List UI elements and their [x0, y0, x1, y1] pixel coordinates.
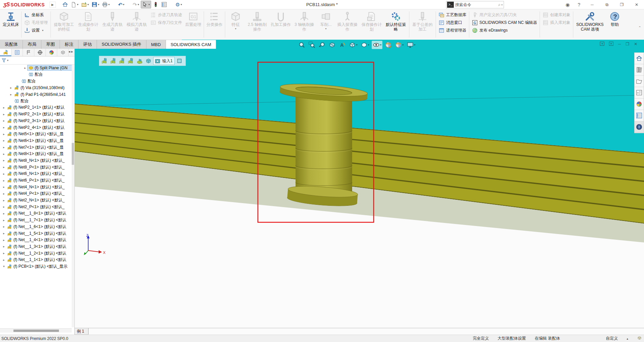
quick-access-button[interactable]: [152, 1, 160, 8]
expand-arrow-icon[interactable]: ▸: [1, 106, 6, 109]
expand-arrow-icon[interactable]: ▸: [1, 179, 6, 182]
task-pane-tab[interactable]: [635, 99, 644, 110]
expand-arrow-icon[interactable]: ▸: [1, 132, 6, 136]
expand-arrow-icon[interactable]: ▸: [8, 93, 13, 96]
ribbon-big-button[interactable]: 默认特征策略 ▾: [384, 10, 408, 32]
expand-arrow-icon[interactable]: ▸: [1, 119, 6, 122]
status-caret-icon[interactable]: ▴: [626, 337, 628, 340]
help-button[interactable]: 帮助: [605, 10, 624, 39]
expand-arrow-icon[interactable]: ▸: [1, 225, 6, 228]
dropdown-caret-icon[interactable]: ▾: [123, 3, 124, 6]
headsup-button[interactable]: [338, 41, 346, 49]
expand-arrow-icon[interactable]: ▸: [1, 258, 6, 262]
scroll-left-icon[interactable]: ◀: [68, 50, 70, 53]
tree-item[interactable]: ▸ (f) Net__1_3<1> (默认) <默认: [0, 243, 72, 250]
quick-access-button[interactable]: ▾: [70, 1, 79, 8]
expand-arrow-icon[interactable]: ▸: [1, 192, 6, 195]
ribbon-big-button[interactable]: 生成刀具轨迹 ▾: [100, 10, 125, 32]
tree-item[interactable]: ▸ (f) Net8_P<1> (默认) <默认_: [0, 164, 72, 170]
expand-arrow-icon[interactable]: ▸: [1, 146, 6, 149]
sort-operations-button[interactable]: 分类操作: [205, 10, 224, 39]
ribbon-big-button[interactable]: 模拟刀具轨迹 ▾: [125, 10, 149, 32]
dropdown-caret-icon[interactable]: ▾: [88, 3, 89, 6]
ribbon-small-button[interactable]: 创建库对象: [542, 11, 571, 18]
pane-right-icon[interactable]: [609, 42, 613, 47]
command-tab[interactable]: 评估: [78, 40, 97, 49]
menu-expand-icon[interactable]: ▶: [49, 2, 56, 8]
task-pane-tab[interactable]: [635, 121, 644, 133]
expand-arrow-icon[interactable]: ▸: [1, 232, 6, 235]
task-pane-tab[interactable]: [635, 87, 644, 99]
dropdown-caret-icon[interactable]: ▾: [98, 3, 99, 6]
headsup-button[interactable]: [318, 41, 326, 49]
breadcrumb-item[interactable]: [109, 57, 117, 65]
dropdown-caret-icon[interactable]: ▾: [42, 29, 43, 32]
tree-item[interactable]: ▸ (f) Net8<1> (默认) <默认_显: [0, 151, 72, 157]
close-button[interactable]: ✕: [629, 0, 644, 9]
tree-item[interactable]: ▸ (f) Net__1_7<1> (默认) <默认: [0, 217, 72, 224]
tree-item[interactable]: ▸ (f) Net8_N<1> (默认) <默认_: [0, 157, 72, 164]
task-pane-tab[interactable]: [635, 76, 644, 87]
breadcrumb-item[interactable]: [144, 57, 152, 65]
search-icon[interactable]: ⌕: [498, 2, 501, 7]
expand-arrow-icon[interactable]: ▸: [1, 252, 6, 255]
expand-arrow-icon[interactable]: ▸: [1, 159, 6, 162]
tree-item[interactable]: ▸ (f) NetP2_2<1> (默认) <默认: [0, 111, 72, 118]
ribbon-small-button[interactable]: 工艺数据库: [438, 11, 467, 18]
expand-arrow-icon[interactable]: ▸: [1, 139, 6, 142]
tree-item[interactable]: ▸ (f) Net6_N<1> (默认) <默认_: [0, 170, 72, 177]
headsup-button[interactable]: ▾: [348, 41, 358, 49]
headsup-button[interactable]: [308, 41, 316, 49]
command-tab[interactable]: 草图: [41, 40, 60, 49]
funnel-icon[interactable]: [1, 58, 6, 63]
graphics-area[interactable]: Z X: [75, 40, 644, 328]
tree-item[interactable]: ▸ (f) Net2_N<1> (默认) <默认_: [0, 197, 72, 204]
quick-access-button[interactable]: ▾: [141, 1, 151, 8]
breadcrumb-item[interactable]: 输入1: [153, 57, 175, 65]
tree-item[interactable]: ▸ (f) NetP2_1<1> (默认) <默认: [0, 104, 72, 111]
tree-item[interactable]: ▸ (f) Net5<1> (默认) <默认_显: [0, 131, 72, 138]
tree-item[interactable]: ▸ (f) NetP2_4<1> (默认) <默认: [0, 124, 72, 131]
scroll-right-icon[interactable]: ▶: [71, 50, 73, 53]
tree-vertical-scrollbar[interactable]: [72, 65, 74, 327]
doc-close-icon[interactable]: ✕: [634, 42, 637, 47]
expand-arrow-icon[interactable]: ▸: [8, 86, 13, 89]
dropdown-caret-icon[interactable]: ▾: [148, 3, 150, 6]
quick-access-button[interactable]: ↶ ▾: [111, 1, 126, 8]
panel-tab[interactable]: [46, 49, 57, 56]
breadcrumb-item[interactable]: [127, 57, 135, 65]
expand-arrow-icon[interactable]: ▸: [1, 113, 6, 116]
arrange-windows-button[interactable]: ⧉: [600, 0, 614, 9]
dropdown-caret-icon[interactable]: ▾: [235, 27, 236, 30]
doc-restore-icon[interactable]: ❐: [626, 42, 630, 47]
headsup-button[interactable]: ▾: [360, 41, 370, 49]
ribbon-big-button[interactable]: 车削... ▾: [316, 10, 335, 31]
quick-access-button[interactable]: ▾: [101, 1, 111, 8]
headsup-button[interactable]: [328, 41, 336, 49]
minimize-button[interactable]: ─: [585, 0, 600, 9]
command-tab[interactable]: 装配体: [0, 40, 23, 49]
command-tab[interactable]: 布局: [23, 40, 41, 49]
dropdown-caret-icon[interactable]: ▾: [138, 3, 139, 6]
expand-arrow-icon[interactable]: ▸: [1, 205, 6, 208]
dropdown-caret-icon[interactable]: ▾: [380, 43, 381, 46]
task-pane-tab[interactable]: [635, 64, 644, 76]
ribbon-big-button[interactable]: 2.5 轴铣削操作 ▾: [245, 10, 269, 32]
dropdown-caret-icon[interactable]: ▾: [325, 27, 327, 30]
command-tab[interactable]: MBD: [146, 40, 166, 49]
panel-tab[interactable]: [11, 49, 23, 56]
expand-arrow-icon[interactable]: ▸: [1, 212, 6, 215]
cam-options-button[interactable]: SOLIDWORKS CAM 选项: [574, 10, 605, 39]
doc-minimize-icon[interactable]: ─: [618, 42, 621, 47]
expand-arrow-icon[interactable]: ▸: [1, 172, 6, 176]
expand-arrow-icon[interactable]: ▸: [1, 219, 6, 222]
define-machine-button[interactable]: 定义机床: [1, 10, 20, 28]
headsup-button[interactable]: [384, 41, 393, 49]
tree-item[interactable]: ▸ (f) Net4_P<1> (默认) <默认_: [0, 190, 72, 197]
dropdown-caret-icon[interactable]: ▾: [414, 43, 415, 46]
filter-caret-icon[interactable]: ▾: [7, 59, 8, 62]
task-pane-tab[interactable]: [635, 110, 644, 121]
command-tab[interactable]: SOLIDWORKS CAM: [166, 40, 216, 49]
tree-item[interactable]: 配合: [0, 78, 72, 84]
scrollbar-thumb[interactable]: [13, 330, 59, 332]
